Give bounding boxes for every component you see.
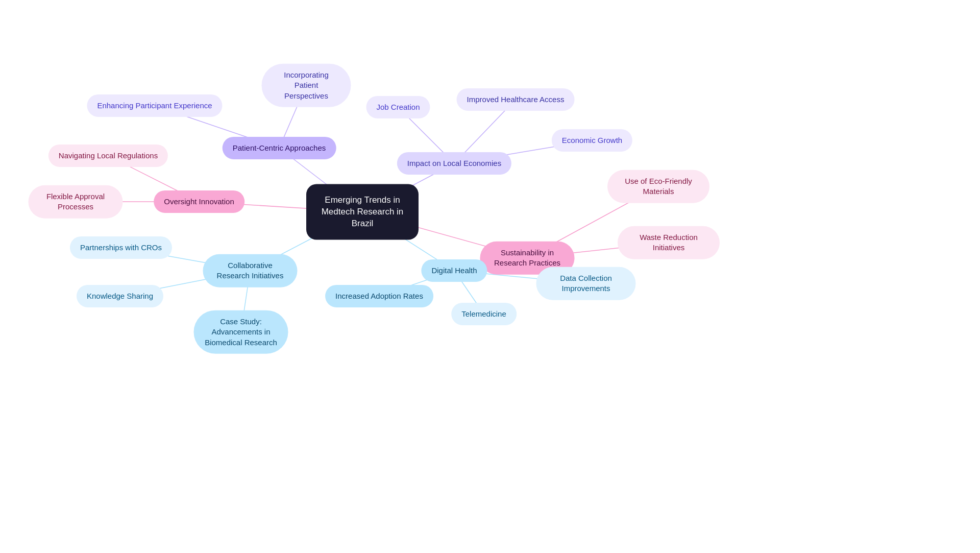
mind-map: Emerging Trends in Medtech Research in B… (0, 0, 980, 553)
node-navigating-local[interactable]: Navigating Local Regulations (48, 145, 168, 167)
node-enhancing-participant[interactable]: Enhancing Participant Experience (87, 94, 222, 117)
node-digital-health[interactable]: Digital Health (421, 259, 487, 282)
node-collaborative[interactable]: Collaborative Research Initiatives (203, 254, 298, 287)
node-partnerships-cros[interactable]: Partnerships with CROs (70, 236, 172, 259)
node-telemedicine[interactable]: Telemedicine (451, 303, 517, 325)
node-impact-local[interactable]: Impact on Local Economies (397, 152, 511, 175)
node-flexible-approval[interactable]: Flexible Approval Processes (29, 185, 123, 219)
node-data-collection[interactable]: Data Collection Improvements (536, 267, 636, 300)
node-increased-adoption[interactable]: Increased Adoption Rates (325, 285, 433, 307)
node-incorporating-patient[interactable]: Incorporating Patient Perspectives (262, 64, 351, 107)
node-oversight-innovation[interactable]: Oversight Innovation (154, 190, 244, 213)
node-patient-centric[interactable]: Patient-Centric Approaches (223, 137, 336, 159)
node-job-creation[interactable]: Job Creation (366, 96, 430, 118)
node-waste-reduction[interactable]: Waste Reduction Initiatives (618, 226, 720, 259)
node-eco-friendly[interactable]: Use of Eco-Friendly Materials (607, 170, 709, 203)
node-improved-healthcare[interactable]: Improved Healthcare Access (457, 88, 575, 111)
node-knowledge-sharing[interactable]: Knowledge Sharing (77, 285, 163, 307)
connection-lines (0, 0, 980, 553)
center-node[interactable]: Emerging Trends in Medtech Research in B… (306, 184, 419, 240)
node-case-study[interactable]: Case Study: Advancements in Biomedical R… (194, 310, 288, 354)
node-economic-growth[interactable]: Economic Growth (552, 129, 632, 152)
